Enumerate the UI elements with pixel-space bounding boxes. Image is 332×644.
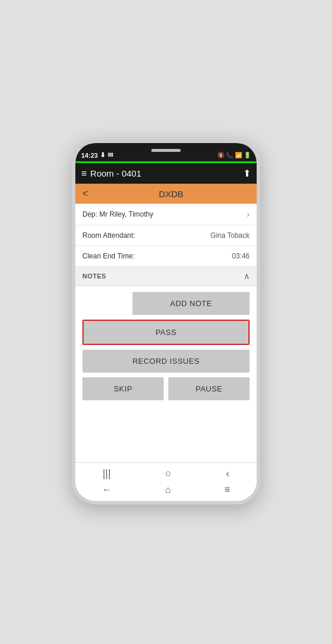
dep-label: Dep: Mr Riley, Timothy (82, 210, 153, 218)
dep-row[interactable]: Dep: Mr Riley, Timothy › (75, 204, 257, 225)
notes-label: NOTES (82, 273, 106, 280)
room-attendant-row: Room Attendant: Gina Toback (75, 225, 257, 246)
hamburger-icon[interactable]: ≡ (81, 168, 87, 179)
nav-menu-icon[interactable]: ||| (102, 467, 111, 480)
clean-end-time-label: Clean End Time: (82, 252, 135, 260)
add-note-button[interactable]: ADD NOTE (132, 292, 250, 315)
speaker-notch (151, 149, 181, 152)
skip-pause-row: SKIP PAUSE (82, 377, 250, 400)
record-issues-button[interactable]: RECORD ISSUES (82, 350, 250, 373)
pass-button[interactable]: PASS (82, 320, 250, 345)
sub-header-title: DXDB (92, 189, 250, 199)
room-attendant-label: Room Attendant: (82, 231, 135, 240)
app-header-right: ⬆ (243, 168, 251, 179)
content-spacer (75, 406, 257, 462)
sub-header: < DXDB (75, 184, 257, 204)
clean-end-time-row: Clean End Time: 03:46 (75, 246, 257, 267)
download-icon: ⬇ (100, 151, 105, 159)
share-icon[interactable]: ⬆ (243, 168, 251, 178)
wifi-icon: 📶 (235, 152, 242, 158)
pause-button[interactable]: PAUSE (168, 377, 250, 400)
skip-button[interactable]: SKIP (82, 377, 164, 400)
nav-home-icon[interactable]: ○ (165, 467, 172, 480)
battery-icon: 🔋 (244, 152, 251, 158)
app-header-left: ≡ Room - 0401 (81, 168, 141, 179)
status-bar-left: 14:23 ⬇ ✉ (81, 151, 113, 159)
bottom-nav: ||| ○ ‹ ← ⌂ ≡ (75, 462, 257, 501)
mute-icon: 🔇 (217, 152, 224, 158)
app-title: Room - 0401 (90, 168, 141, 178)
app-header: ≡ Room - 0401 ⬆ (75, 163, 257, 184)
back-button[interactable]: < (82, 188, 88, 199)
call-icon: 📞 (226, 152, 233, 158)
nav-gestures-row: ← ⌂ ≡ (75, 482, 257, 501)
status-bar-right: 🔇 📞 📶 🔋 (217, 152, 251, 158)
content-area: Dep: Mr Riley, Timothy › Room Attendant:… (75, 204, 257, 462)
status-bar: 14:23 ⬇ ✉ 🔇 📞 📶 🔋 (75, 143, 257, 161)
back-gesture[interactable]: ← (102, 484, 111, 495)
notes-chevron: ∧ (244, 271, 250, 281)
nav-icons-row: ||| ○ ‹ (75, 463, 257, 482)
time-display: 14:23 (81, 152, 98, 159)
message-icon: ✉ (108, 151, 113, 159)
action-area: ADD NOTE PASS RECORD ISSUES SKIP PAUSE (75, 286, 257, 406)
menu-gesture[interactable]: ≡ (224, 484, 230, 495)
room-attendant-value: Gina Toback (211, 231, 250, 240)
notes-header[interactable]: NOTES ∧ (75, 267, 257, 286)
phone-shell: 14:23 ⬇ ✉ 🔇 📞 📶 🔋 ≡ Room - 0401 ⬆ < DXDB… (72, 140, 260, 504)
clean-end-time-value: 03:46 (232, 252, 250, 260)
home-gesture[interactable]: ⌂ (165, 484, 171, 495)
nav-back-icon[interactable]: ‹ (226, 467, 230, 480)
dep-chevron: › (247, 210, 250, 219)
